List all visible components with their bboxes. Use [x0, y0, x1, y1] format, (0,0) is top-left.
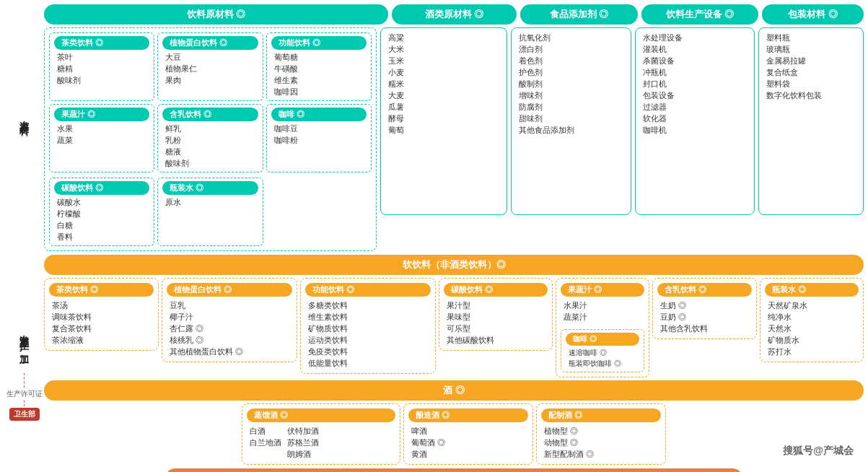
bottled-water-raw-pill: 瓶装水 ◎: [162, 181, 258, 195]
soft-drink-banner: 软饮料（非酒类饮料）◎: [44, 255, 864, 275]
functional-raw-block: 功能饮料 ◎ 葡萄糖 牛磺酸 维生素 咖啡因: [266, 32, 372, 101]
tea-prod-block: 茶类饮料 ◎ 茶汤 调味茶饮料 复合茶饮料 茶浓缩液: [44, 278, 159, 351]
dairy-prod-block: 含乳饮料 ◎ 生奶 ◎ 豆奶 ◎ 其他含乳饮料: [652, 278, 756, 339]
carbonated-prod-block: 碳酸饮料 ◎ 果汁型 果味型 可乐型 其他碳酸饮料: [439, 278, 553, 351]
plant-protein-prod-pill: 植物蛋白饮料 ◎: [167, 283, 292, 297]
upper-label2: 原材料: [18, 115, 31, 120]
coffee-mid-block: 咖啡 ◎ 速溶咖啡 ◎ 瓶装即饮咖啡 ◎: [561, 329, 644, 372]
coffee-mid-pill: 咖啡 ◎: [566, 333, 639, 346]
functional-prod-pill: 功能饮料 ◎: [305, 283, 431, 297]
blended-prod-block: 配制酒 ◎ 植物型 ◎ 动物型 ◎ 新型配制酒 ◎: [536, 403, 666, 465]
mid-label2: 产品生产、加工: [18, 330, 31, 349]
blended-prod-pill: 配制酒 ◎: [541, 408, 661, 422]
plant-protein-raw-block: 植物蛋白饮料 ◎ 大豆 植物果仁 果肉: [157, 32, 263, 101]
packaging-banner: 包装材料 ◎: [762, 4, 864, 25]
bottled-water-raw-block: 瓶装水 ◎ 原水: [157, 178, 263, 246]
brewed-prod-block: 酿造酒 ◎ 啤酒 葡萄酒 ◎ 黄酒: [403, 403, 533, 465]
dairy-raw-block: 含乳饮料 ◎ 鲜乳 乳粉 糖液 酸味剂: [157, 104, 263, 172]
distilled-prod-pill: 蒸馏酒 ◎: [247, 408, 395, 422]
license-text: 生产许可证: [6, 389, 43, 399]
wine-banner: 酒 ◎: [44, 380, 864, 401]
sales-banner: 销售渠道 ◎: [165, 468, 742, 472]
coffee-raw-block: 咖啡 ◎ 咖啡豆 咖啡粉: [266, 104, 372, 172]
functional-raw-pill: 功能饮料 ◎: [271, 36, 367, 50]
functional-prod-block: 功能饮料 ◎ 多糖类饮料 维生素饮料 矿物质饮料 运动类饮料 免疫类饮料 低能量…: [300, 278, 436, 374]
tea-raw-block: 茶类饮料 ◎ 茶叶 糖精 酸味剂: [49, 32, 154, 101]
fruit-veg-prod-pill: 果蔬汁 ◎: [561, 283, 644, 297]
tea-prod-pill: 茶类饮料 ◎: [49, 283, 154, 297]
carbonated-prod-pill: 碳酸饮料 ◎: [444, 283, 548, 297]
bottled-water-prod-pill: 瓶装水 ◎: [765, 283, 859, 297]
raw-material-banner: 饮料原材料 ◎: [44, 4, 388, 25]
dept-box: 卫生部: [9, 408, 40, 421]
brewed-prod-pill: 酿造酒 ◎: [408, 408, 528, 422]
plant-protein-prod-block: 植物蛋白饮料 ◎ 豆乳 椰子汁 杏仁露 ◎ 核桃乳 ◎ 其他植物蛋白饮料 ◎: [162, 278, 297, 362]
equipment-banner: 饮料生产设备 ◎: [641, 4, 759, 25]
coffee-raw-pill: 咖啡 ◎: [271, 108, 367, 121]
distilled-prod-block: 蒸馏酒 ◎ 白酒 白兰地酒 伏特加酒 苏格兰酒 朗姆酒: [242, 403, 400, 465]
fruit-veg-raw-block: 果蔬汁 ◎ 水果 蔬菜: [49, 104, 154, 172]
carbonated-raw-block: 碳酸饮料 ◎ 碳酸水 柠檬酸 白糖 香料: [49, 178, 154, 246]
fruit-veg-prod-block: 果蔬汁 ◎ 水果汁 蔬菜汁 咖啡 ◎ 速溶咖啡 ◎ 瓶装即饮咖啡 ◎: [556, 278, 649, 377]
carbonated-raw-pill: 碳酸饮料 ◎: [54, 181, 149, 195]
dairy-raw-pill: 含乳饮料 ◎: [162, 108, 258, 121]
bottled-water-prod-block: 瓶装水 ◎ 天然矿泉水 纯净水 天然水 矿物质水 苏打水: [760, 278, 864, 362]
dairy-prod-pill: 含乳饮料 ◎: [657, 283, 751, 297]
plant-protein-raw-pill: 植物蛋白饮料 ◎: [162, 36, 258, 50]
tea-raw-pill: 茶类饮料 ◎: [54, 36, 149, 50]
fruit-veg-raw-pill: 果蔬汁 ◎: [54, 108, 149, 121]
watermark: 搜狐号@产城会: [783, 445, 854, 458]
wine-raw-banner: 酒类原材料 ◎: [392, 4, 517, 25]
additive-banner: 食品添加剂 ◎: [520, 4, 638, 25]
